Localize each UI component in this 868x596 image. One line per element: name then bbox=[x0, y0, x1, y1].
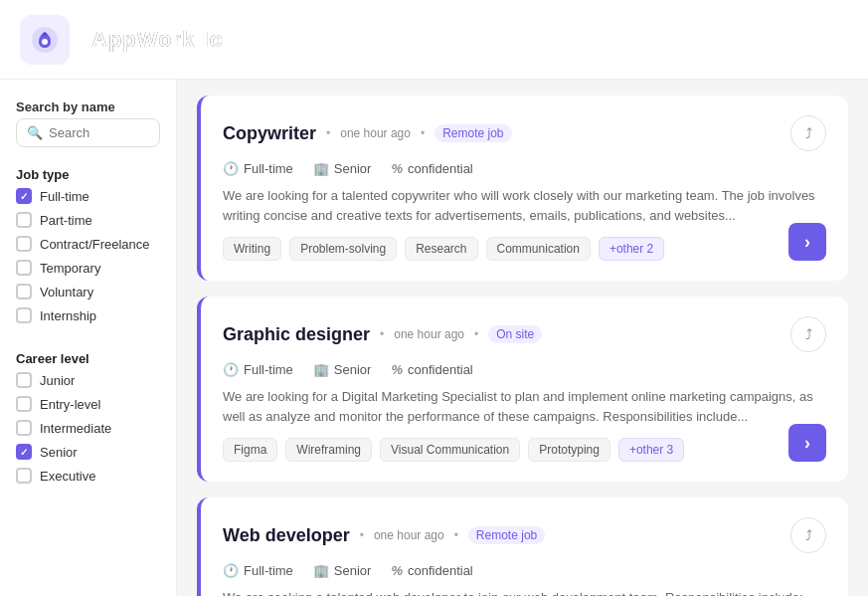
share-button[interactable]: ⤴ bbox=[790, 316, 826, 352]
career-level-label: Intermediate bbox=[40, 421, 111, 436]
employment-type: 🕐 Full-time bbox=[223, 161, 293, 176]
checkbox[interactable] bbox=[16, 236, 32, 252]
career-level-item[interactable]: Junior bbox=[16, 372, 160, 388]
search-icon: 🔍 bbox=[27, 125, 43, 140]
job-type-item[interactable]: Voluntary bbox=[16, 284, 160, 299]
job-tag: Visual Communication bbox=[380, 438, 520, 462]
job-title-row: Graphic designer • one hour ago • On sit… bbox=[223, 324, 542, 345]
job-type-filters: Full-time Part-time Contract/Freelance T… bbox=[16, 188, 160, 323]
job-tags: FigmaWireframingVisual CommunicationProt… bbox=[223, 438, 826, 462]
job-type-label: Contract/Freelance bbox=[40, 237, 150, 252]
job-tag: Wireframing bbox=[285, 438, 372, 462]
career-level-item[interactable]: Entry-level bbox=[16, 396, 160, 412]
career-level-label: Entry-level bbox=[40, 397, 100, 412]
job-tag: Writing bbox=[223, 237, 281, 261]
checkbox[interactable] bbox=[16, 260, 32, 276]
search-input[interactable] bbox=[49, 125, 149, 140]
checkbox[interactable] bbox=[16, 284, 32, 299]
job-meta-separator2: • bbox=[421, 126, 425, 140]
percent-icon: % bbox=[391, 563, 403, 578]
job-info-row: 🕐 Full-time 🏢 Senior % confidential bbox=[223, 563, 826, 578]
career-level-item[interactable]: Senior bbox=[16, 444, 160, 460]
job-card: Web developer • one hour ago • Remote jo… bbox=[197, 497, 848, 596]
checkbox[interactable] bbox=[16, 420, 32, 436]
job-type-section-title: Job type bbox=[16, 167, 160, 182]
main-content: Copywriter • one hour ago • Remote job ⤴… bbox=[177, 80, 868, 596]
job-info-row: 🕐 Full-time 🏢 Senior % confidential bbox=[223, 161, 826, 176]
extra-tags: +other 2 bbox=[599, 237, 664, 261]
job-type-label: Voluntary bbox=[40, 285, 93, 299]
job-card: Copywriter • one hour ago • Remote job ⤴… bbox=[197, 96, 848, 281]
career-level-label: Executive bbox=[40, 469, 95, 484]
employment-label: Full-time bbox=[244, 161, 293, 176]
job-card-header: Web developer • one hour ago • Remote jo… bbox=[223, 517, 826, 553]
checkbox[interactable] bbox=[16, 372, 32, 388]
job-salary: % confidential bbox=[391, 563, 472, 578]
job-tag: Communication bbox=[486, 237, 591, 261]
checkbox[interactable] bbox=[16, 396, 32, 412]
svg-point-1 bbox=[42, 39, 48, 45]
checkbox[interactable] bbox=[16, 307, 32, 323]
percent-icon: % bbox=[391, 362, 403, 377]
career-level-label: Junior bbox=[40, 373, 75, 388]
job-title-row: Web developer • one hour ago • Remote jo… bbox=[223, 525, 545, 546]
job-salary: % confidential bbox=[391, 362, 472, 377]
salary-label: confidential bbox=[408, 362, 473, 377]
clock-icon: 🕐 bbox=[223, 161, 239, 176]
career-level-item[interactable]: Intermediate bbox=[16, 420, 160, 436]
job-level: 🏢 Senior bbox=[313, 161, 372, 176]
logo bbox=[20, 15, 70, 65]
job-title: Copywriter bbox=[223, 123, 316, 144]
salary-label: confidential bbox=[408, 161, 473, 176]
job-meta-separator: • bbox=[380, 327, 384, 341]
building-icon: 🏢 bbox=[313, 161, 329, 176]
job-type-label: Part-time bbox=[40, 213, 92, 228]
job-meta-separator: • bbox=[360, 528, 364, 542]
job-title-row: Copywriter • one hour ago • Remote job bbox=[223, 123, 512, 144]
checkbox[interactable] bbox=[16, 468, 32, 484]
job-card-header: Graphic designer • one hour ago • On sit… bbox=[223, 316, 826, 352]
percent-icon: % bbox=[391, 161, 403, 176]
checkbox[interactable] bbox=[16, 212, 32, 228]
jobs-list: Copywriter • one hour ago • Remote job ⤴… bbox=[197, 96, 848, 596]
building-icon: 🏢 bbox=[313, 563, 329, 578]
job-time-ago: one hour ago bbox=[340, 126, 411, 140]
employment-label: Full-time bbox=[244, 563, 293, 578]
job-location-type: Remote job bbox=[434, 124, 511, 142]
career-level-label: Senior bbox=[40, 445, 78, 460]
job-type-item[interactable]: Part-time bbox=[16, 212, 160, 228]
job-meta-separator2: • bbox=[474, 327, 478, 341]
career-level-item[interactable]: Executive bbox=[16, 468, 160, 484]
job-description: We are seeking a talented web developer … bbox=[223, 588, 826, 596]
job-detail-button[interactable]: › bbox=[788, 424, 826, 462]
job-type-item[interactable]: Temporary bbox=[16, 260, 160, 276]
clock-icon: 🕐 bbox=[223, 362, 239, 377]
level-label: Senior bbox=[334, 563, 372, 578]
job-tag: Figma bbox=[223, 438, 277, 462]
job-type-item[interactable]: Contract/Freelance bbox=[16, 236, 160, 252]
job-meta-separator: • bbox=[326, 126, 330, 140]
share-button[interactable]: ⤴ bbox=[790, 115, 826, 151]
job-tag: Prototyping bbox=[528, 438, 610, 462]
job-type-item[interactable]: Internship bbox=[16, 307, 160, 323]
employment-type: 🕐 Full-time bbox=[223, 362, 293, 377]
checkbox[interactable] bbox=[16, 188, 32, 204]
job-time-ago: one hour ago bbox=[374, 528, 444, 542]
app-header: AppWork Io bbox=[0, 0, 868, 80]
job-tag: Problem-solving bbox=[289, 237, 397, 261]
extra-tags: +other 3 bbox=[618, 438, 684, 462]
job-card: Graphic designer • one hour ago • On sit… bbox=[197, 297, 848, 482]
job-time-ago: one hour ago bbox=[394, 327, 464, 341]
job-description: We are looking for a talented copywriter… bbox=[223, 186, 826, 225]
job-level: 🏢 Senior bbox=[313, 563, 372, 578]
job-detail-button[interactable]: › bbox=[788, 223, 826, 261]
share-button[interactable]: ⤴ bbox=[790, 517, 826, 553]
clock-icon: 🕐 bbox=[223, 563, 239, 578]
checkbox[interactable] bbox=[16, 444, 32, 460]
job-type-label: Temporary bbox=[40, 261, 100, 276]
search-box[interactable]: 🔍 bbox=[16, 118, 160, 147]
job-description: We are looking for a Digital Marketing S… bbox=[223, 387, 826, 426]
level-label: Senior bbox=[334, 362, 372, 377]
job-type-item[interactable]: Full-time bbox=[16, 188, 160, 204]
job-meta-separator2: • bbox=[454, 528, 458, 542]
